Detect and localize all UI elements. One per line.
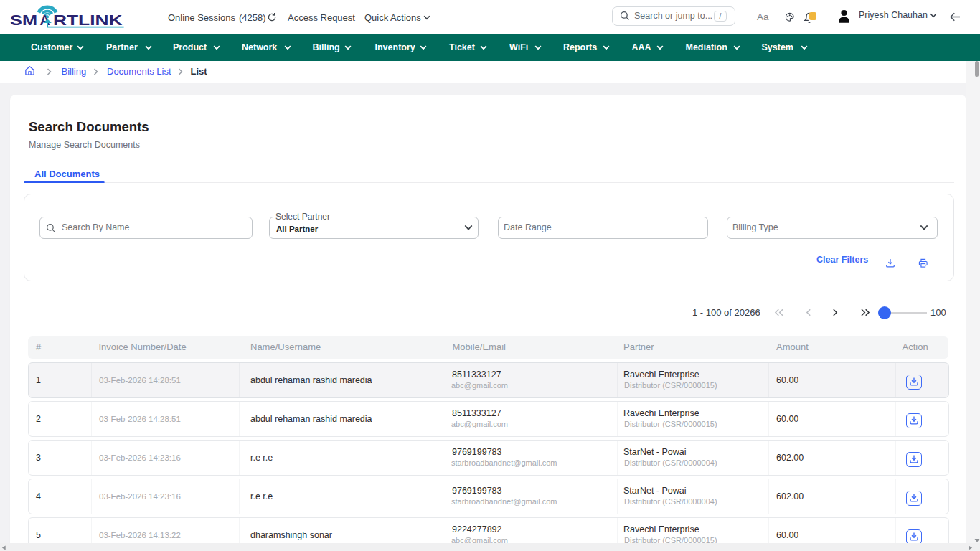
svg-text:SM: SM <box>10 12 37 28</box>
svg-text:RTLINK: RTLINK <box>53 12 123 28</box>
